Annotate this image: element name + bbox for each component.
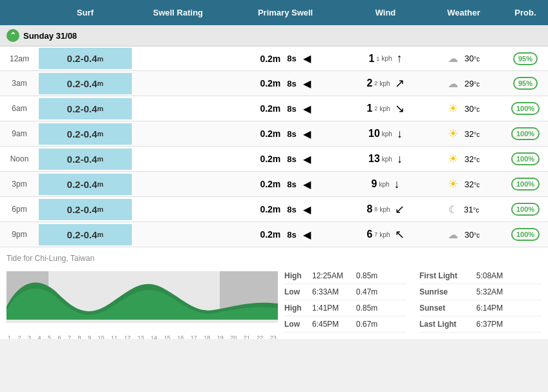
- tide-entry: Low 6:33AM 0.47m: [284, 284, 406, 300]
- table-header: Surf Swell Rating Primary Swell Wind Wea…: [0, 0, 548, 25]
- surf-value: 0.2-0.4: [67, 78, 98, 89]
- cell-surf: 0.2-0.4m: [39, 199, 132, 220]
- cell-weather: ☾ 31°c: [425, 198, 503, 221]
- cell-swell-rating: [132, 129, 225, 139]
- temp-unit: °c: [473, 207, 479, 214]
- tide-title: Tide for Chi-Lung, Taiwan: [6, 254, 542, 263]
- tide-val: 0.47m: [356, 287, 377, 296]
- header-prob: Prob.: [503, 0, 548, 25]
- table-row: Noon 0.2-0.4m 0.2m 8s ◀ 13kph ↓ ☀ 32°c 1…: [0, 147, 548, 172]
- prob-badge: 100%: [511, 127, 540, 140]
- swell-dir-icon: ◀: [303, 128, 311, 140]
- tide-time: 6:33AM: [312, 287, 351, 296]
- cell-weather: ☀ 32°c: [425, 147, 503, 171]
- cell-primary-swell: 0.2m 8s ◀: [224, 198, 346, 221]
- cell-surf: 0.2-0.4m: [39, 98, 132, 119]
- wind-dir-icon: ↙: [395, 202, 405, 216]
- surf-value: 0.2-0.4: [67, 154, 98, 165]
- cell-time: 6pm: [0, 200, 39, 219]
- wind-dir-icon: ↓: [394, 178, 400, 191]
- prob-badge: 100%: [511, 102, 540, 115]
- temp-unit: °c: [474, 81, 480, 88]
- swell-m: 0.2m: [260, 54, 280, 64]
- table-row: 9pm 0.2-0.4m 0.2m 8s ◀ 67kph ↖ ☁ 30°c 10…: [0, 222, 548, 247]
- surf-unit: m: [97, 205, 103, 213]
- sun-entry: Sunrise 5:32AM: [419, 284, 542, 300]
- cell-prob: 100%: [503, 172, 548, 196]
- tide-val: 0.85m: [356, 304, 377, 313]
- surf-value: 0.2-0.4: [67, 204, 98, 215]
- sun-entry: Sunset 6:14PM: [419, 300, 542, 316]
- cell-swell-rating: [132, 103, 225, 114]
- header-primary-swell: Primary Swell: [224, 0, 346, 25]
- tide-time: 12:25AM: [312, 271, 351, 280]
- tide-entry: High 1:41PM 0.85m: [284, 300, 406, 316]
- cell-time: Noon: [0, 149, 39, 169]
- temp-unit: °c: [474, 56, 480, 63]
- cell-time: 12am: [0, 49, 39, 68]
- temp-value: 30°c: [465, 230, 480, 240]
- cell-weather: ☀ 32°c: [425, 121, 503, 146]
- swell-s: 8s: [287, 230, 296, 240]
- cell-swell-rating: [132, 54, 225, 64]
- cell-surf: 0.2-0.4m: [39, 123, 132, 145]
- sun-time: 6:37PM: [476, 320, 503, 329]
- tide-entry: High 12:25AM 0.85m: [284, 268, 406, 284]
- sun-time: 6:14PM: [476, 304, 503, 313]
- swell-m: 0.2m: [260, 229, 280, 240]
- cell-wind: 67kph ↖: [346, 222, 425, 247]
- table-row: 6pm 0.2-0.4m 0.2m 8s ◀ 88kph ↙ ☾ 31°c 10…: [0, 197, 548, 222]
- swell-m: 0.2m: [260, 129, 280, 139]
- surf-value: 0.2-0.4: [67, 129, 98, 139]
- cell-swell-rating: [132, 154, 225, 164]
- sun-label: Sunrise: [419, 287, 471, 296]
- swell-dir-icon: ◀: [303, 52, 311, 65]
- tide-info: High 12:25AM 0.85m Low 6:33AM 0.47m High…: [284, 268, 542, 333]
- sun-time: 5:32AM: [476, 287, 503, 296]
- swell-s: 8s: [287, 54, 296, 63]
- cell-time: 6am: [0, 99, 39, 118]
- cell-wind: 11kph ↑: [346, 46, 425, 70]
- header-surf: Surf: [39, 0, 132, 25]
- wind-dir-icon: ↘: [395, 101, 405, 116]
- cell-weather: ☀ 30°c: [425, 96, 503, 121]
- cell-weather: ☁ 30°c: [425, 47, 503, 70]
- prob-badge: 95%: [513, 77, 538, 90]
- cell-time: 9am: [0, 124, 39, 143]
- cell-weather: ☁ 29°c: [425, 72, 503, 95]
- cell-swell-rating: [132, 78, 225, 88]
- cell-swell-rating: [132, 229, 225, 240]
- tide-type: High: [284, 304, 307, 313]
- tide-chart: 1234567891011121314151617181920212223: [6, 268, 278, 333]
- wind-dir-icon: ↓: [397, 152, 403, 166]
- table-row: 12am 0.2-0.4m 0.2m 8s ◀ 11kph ↑ ☁ 30°c 9…: [0, 46, 548, 71]
- cell-surf: 0.2-0.4m: [39, 224, 132, 245]
- header-wind: Wind: [346, 0, 425, 25]
- temp-unit: °c: [474, 232, 480, 239]
- cell-wind: 9kph ↓: [346, 172, 425, 196]
- table-row: 9am 0.2-0.4m 0.2m 8s ◀ 10kph ↓ ☀ 32°c 10…: [0, 121, 548, 147]
- surf-unit: m: [97, 231, 103, 238]
- wind-dir-icon: ↗: [395, 76, 405, 90]
- cell-primary-swell: 0.2m 8s ◀: [224, 173, 346, 196]
- data-rows: 12am 0.2-0.4m 0.2m 8s ◀ 11kph ↑ ☁ 30°c 9…: [0, 46, 548, 247]
- swell-dir-icon: ◀: [303, 229, 311, 241]
- prob-badge: 100%: [511, 178, 540, 191]
- table-row: 3pm 0.2-0.4m 0.2m 8s ◀ 9kph ↓ ☀ 32°c 100…: [0, 172, 548, 197]
- swell-dir-icon: ◀: [303, 77, 311, 90]
- tide-val: 0.85m: [356, 271, 377, 280]
- cell-time: 3pm: [0, 174, 39, 194]
- cell-weather: ☀ 32°c: [425, 172, 503, 196]
- swell-dir-icon: ◀: [303, 153, 311, 165]
- tide-time: 6:45PM: [312, 320, 351, 329]
- tide-times-col: High 12:25AM 0.85m Low 6:33AM 0.47m High…: [284, 268, 406, 333]
- cell-primary-swell: 0.2m 8s ◀: [224, 148, 346, 170]
- day-header[interactable]: ⌃ Sunday 31/08: [0, 25, 548, 46]
- tide-section: Tide for Chi-Lung, Taiwan 12345678910111…: [0, 247, 548, 339]
- swell-dir-icon: ◀: [303, 103, 311, 115]
- swell-m: 0.2m: [260, 78, 280, 88]
- cell-wind: 88kph ↙: [346, 197, 425, 222]
- temp-unit: °c: [474, 131, 480, 138]
- tide-sun-col: First Light 5:08AM Sunrise 5:32AM Sunset…: [419, 268, 542, 333]
- cell-prob: 100%: [503, 198, 548, 221]
